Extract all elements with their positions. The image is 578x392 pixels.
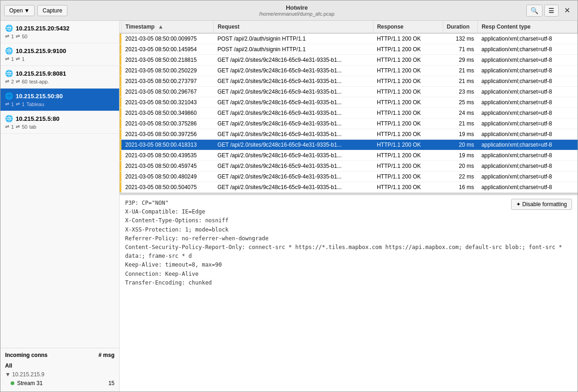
row-response: HTTP/1.1 200 OK: [373, 55, 443, 65]
conn-header: 🌐 10.215.215.20:5432: [5, 24, 114, 32]
connection-item-conn4[interactable]: 🌐 10.215.215.50:80 ⇌ 1 ⇌ 1 Tableau: [0, 89, 119, 111]
row-timestamp: 2021-03-05 08:50:00.504075: [121, 182, 214, 193]
table-row[interactable]: 2021-03-05 08:50:00.439535 GET /api/2.0/…: [120, 150, 578, 161]
col-request-header[interactable]: Request: [214, 21, 373, 33]
app-title: Hotwire: [286, 4, 308, 11]
titlebar-center: Hotwire /home/emmanuel/dump_afc.pcap: [67, 4, 526, 17]
table-row[interactable]: 2021-03-05 08:50:00.349860 GET /api/2.0/…: [120, 108, 578, 119]
row-response: HTTP/1.1 200 OK: [373, 172, 443, 182]
table-row[interactable]: 2021-03-05 08:50:00.218815 GET /api/2.0/…: [120, 55, 578, 65]
meta1: 1: [11, 56, 14, 62]
detail-content: P3P: CP="NON"X-UA-Compatible: IE=EdgeX-C…: [125, 199, 572, 296]
arrows-icon2: ⇌: [16, 56, 20, 62]
conn-host: 10.215.215.50:80: [16, 93, 63, 100]
incoming-all[interactable]: All: [5, 361, 114, 370]
row-timestamp: 2021-03-05 08:50:00.145954: [121, 44, 214, 55]
detail-line: Referrer-Policy: no-referrer-when-downgr…: [125, 234, 572, 243]
row-content-type: application/xml;charset=utf-8: [478, 161, 578, 172]
connection-item-conn3[interactable]: 🌐 10.215.215.9:8081 ⇌ 2 ⇌ 60 test-app.: [0, 66, 119, 89]
request-table-area: Timestamp ▲ Request Response Duration: [120, 21, 578, 193]
network-icon: 🌐: [5, 24, 13, 32]
arrows-icon: ⇌: [5, 101, 9, 107]
row-request: GET /api/2.0/sites/9c248c16-65c9-4e31-93…: [214, 140, 373, 150]
row-request: GET /api/2.0/sites/9c248c16-65c9-4e31-93…: [214, 76, 373, 87]
row-content-type: application/xml;charset=utf-8: [478, 87, 578, 97]
row-duration: 132 ms: [443, 33, 478, 44]
col-response-header[interactable]: Response: [373, 21, 443, 33]
row-response: HTTP/1.1 200 OK: [373, 76, 443, 87]
row-duration: 19 ms: [443, 129, 478, 140]
meta1: 1: [11, 124, 14, 130]
table-row[interactable]: 2021-03-05 08:50:00.250229 GET /api/2.0/…: [120, 65, 578, 76]
row-request: GET /api/2.0/sites/9c248c16-65c9-4e31-93…: [214, 108, 373, 119]
table-row[interactable]: 2021-03-05 08:50:00.397256 GET /api/2.0/…: [120, 129, 578, 140]
table-row[interactable]: 2021-03-05 08:50:00.418313 GET /api/2.0/…: [120, 140, 578, 150]
row-request: GET /api/2.0/sites/9c248c16-65c9-4e31-93…: [214, 129, 373, 140]
table-row[interactable]: 2021-03-05 08:50:00.504075 GET /api/2.0/…: [120, 182, 578, 193]
row-request: GET /api/2.0/sites/9c248c16-65c9-4e31-93…: [214, 87, 373, 97]
sidebar: 🌐 10.215.215.20:5432 ⇌ 1 ⇌ 50 🌐 10.215.2…: [0, 21, 120, 392]
network-icon: 🌐: [5, 115, 13, 122]
col-content-type-header[interactable]: Resp Content type: [478, 21, 578, 33]
row-request: GET /api/2.0/sites/9c248c16-65c9-4e31-93…: [214, 97, 373, 108]
row-response: HTTP/1.1 200 OK: [373, 97, 443, 108]
row-content-type: application/xml;charset=utf-8: [478, 33, 578, 44]
capture-label: Capture: [42, 7, 62, 14]
row-timestamp: 2021-03-05 08:50:00.250229: [121, 65, 214, 76]
detail-line: X-UA-Compatible: IE=Edge: [125, 208, 572, 216]
row-duration: 19 ms: [443, 150, 478, 161]
row-duration: 25 ms: [443, 97, 478, 108]
network-icon: 🌐: [5, 70, 13, 77]
row-content-type: application/xml;charset=utf-8: [478, 108, 578, 119]
capture-button[interactable]: Capture: [37, 5, 67, 16]
connection-item-conn2[interactable]: 🌐 10.215.215.9:9100 ⇌ 1 ⇌ 1: [0, 43, 119, 66]
row-content-type: application/xml;charset=utf-8: [478, 129, 578, 140]
row-content-type: application/xml;charset=utf-8: [478, 119, 578, 129]
meta2: 60: [22, 79, 27, 84]
menu-button[interactable]: ☰: [544, 5, 559, 17]
open-button[interactable]: Open ▼: [4, 5, 35, 16]
open-label: Open: [9, 7, 23, 14]
arrows-icon2: ⇌: [16, 78, 20, 84]
row-timestamp: 2021-03-05 08:50:00.459745: [121, 161, 214, 172]
row-request: POST /api/2.0/auth/signin HTTP/1.1: [214, 33, 373, 44]
row-content-type: application/xml;charset=utf-8: [478, 172, 578, 182]
search-button[interactable]: 🔍: [526, 5, 542, 17]
table-row[interactable]: 2021-03-05 08:50:00.145954 POST /api/2.0…: [120, 44, 578, 55]
stream-status-dot: [11, 381, 14, 385]
connection-item-conn1[interactable]: 🌐 10.215.215.20:5432 ⇌ 1 ⇌ 50: [0, 21, 119, 43]
table-row[interactable]: 2021-03-05 08:50:00.321043 GET /api/2.0/…: [120, 97, 578, 108]
col-duration-header[interactable]: Duration: [443, 21, 478, 33]
incoming-header: Incoming conns # msg: [5, 352, 114, 358]
row-duration: 20 ms: [443, 161, 478, 172]
disable-formatting-button[interactable]: ✦ Disable formatting: [511, 199, 572, 210]
detail-area: ✦ Disable formatting P3P: CP="NON"X-UA-C…: [120, 195, 578, 392]
format-icon: ✦: [516, 201, 521, 208]
table-row[interactable]: 2021-03-05 08:50:00.009975 POST /api/2.0…: [120, 33, 578, 44]
row-duration: 24 ms: [443, 108, 478, 119]
table-row[interactable]: 2021-03-05 08:50:00.273797 GET /api/2.0/…: [120, 76, 578, 87]
sort-icon: ▲: [158, 24, 163, 30]
col-timestamp-header[interactable]: Timestamp ▲: [121, 21, 214, 33]
close-button[interactable]: ✕: [560, 4, 574, 17]
row-request: GET /api/2.0/sites/9c248c16-65c9-4e31-93…: [214, 172, 373, 182]
table-row[interactable]: 2021-03-05 08:50:00.480249 GET /api/2.0/…: [120, 172, 578, 182]
table-row[interactable]: 2021-03-05 08:50:00.459745 GET /api/2.0/…: [120, 161, 578, 172]
table-row[interactable]: 2021-03-05 08:50:00.375286 GET /api/2.0/…: [120, 119, 578, 129]
meta1: 1: [11, 34, 14, 39]
connection-item-conn5[interactable]: 🌐 10.215.215.5:80 ⇌ 1 ⇌ 50 tab: [0, 111, 119, 134]
row-duration: 22 ms: [443, 172, 478, 182]
row-request: POST /api/2.0/auth/signin HTTP/1.1: [214, 44, 373, 55]
arrows-icon: ⇌: [5, 78, 9, 84]
connection-list: 🌐 10.215.215.20:5432 ⇌ 1 ⇌ 50 🌐 10.215.2…: [0, 21, 119, 348]
conn-host: 10.215.215.9:9100: [16, 48, 66, 54]
table-row[interactable]: 2021-03-05 08:50:00.296767 GET /api/2.0/…: [120, 87, 578, 97]
row-timestamp: 2021-03-05 08:50:00.009975: [121, 33, 214, 44]
row-response: HTTP/1.1 200 OK: [373, 140, 443, 150]
conn-meta: ⇌ 2 ⇌ 60 test-app.: [5, 78, 114, 84]
stream-item[interactable]: Stream 31 15: [5, 379, 114, 388]
detail-line: Keep-Alive: timeout=8, max=90: [125, 261, 572, 269]
conn-header: 🌐 10.215.215.9:8081: [5, 70, 114, 77]
row-content-type: application/xml;charset=utf-8: [478, 44, 578, 55]
incoming-group: ▼ 10.215.215.9: [5, 370, 114, 379]
